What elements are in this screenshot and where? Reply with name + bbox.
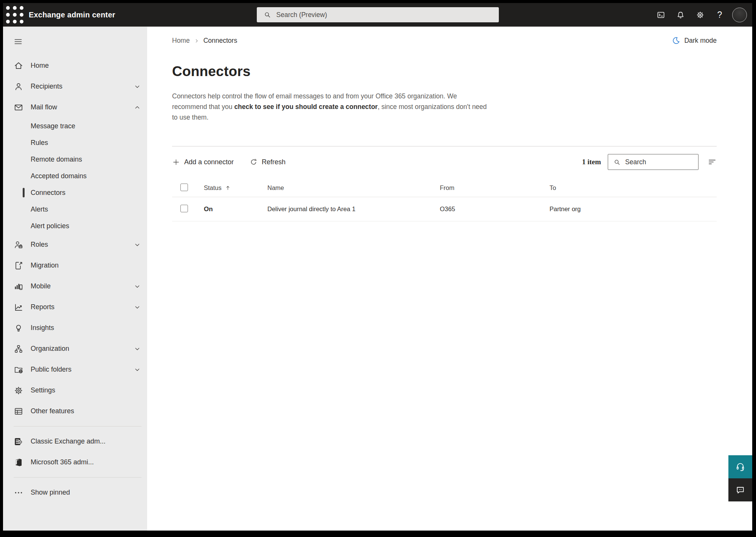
sidebar-nav: HomeRecipientsMail flowMessage traceRule… (3, 55, 147, 503)
list-search-box[interactable] (608, 154, 699, 170)
refresh-label: Refresh (262, 158, 286, 166)
add-connector-label: Add a connector (184, 158, 234, 166)
sidebar-item-reports[interactable]: Reports (3, 297, 147, 318)
chat-feedback-icon (735, 485, 745, 495)
dots-icon (14, 488, 23, 498)
cell-to: Partner org (550, 205, 717, 213)
person-badge-icon (14, 240, 23, 250)
sidebar-item-roles[interactable]: Roles (3, 234, 147, 255)
chevron-down-icon (134, 283, 141, 290)
dark-mode-toggle[interactable]: Dark mode (672, 36, 717, 45)
sidebar-item-label: Migration (31, 261, 59, 269)
sort-ascending-icon (225, 185, 231, 191)
sidebar-item-alerts[interactable]: Alerts (3, 201, 147, 218)
mobile-chart-icon (14, 282, 23, 291)
settings-button[interactable] (690, 3, 710, 26)
help-button[interactable]: ? (710, 3, 730, 26)
sidebar-item-recipients[interactable]: Recipients (3, 76, 147, 97)
page-description: Connectors help control the flow of emai… (172, 91, 492, 123)
sidebar-item-accepted-domains[interactable]: Accepted domains (3, 168, 147, 184)
sidebar-item-home[interactable]: Home (3, 55, 147, 76)
account-button[interactable] (730, 3, 749, 26)
feedback-button[interactable] (728, 478, 752, 501)
sidebar-item-alert-policies[interactable]: Alert policies (3, 218, 147, 234)
sidebar-item-label: Connectors (31, 189, 65, 197)
column-header-name[interactable]: Name (267, 184, 440, 191)
cell-from: O365 (440, 205, 550, 213)
refresh-icon (250, 158, 258, 166)
page-title: Connectors (172, 64, 717, 79)
gear-icon (14, 386, 23, 395)
help-support-button[interactable] (728, 455, 752, 478)
sidebar-item-other-features[interactable]: Other features (3, 401, 147, 422)
sidebar-item-label: Settings (31, 386, 55, 394)
list-search-input[interactable] (625, 158, 694, 166)
app-launcher-button[interactable] (3, 3, 26, 26)
folder-globe-icon (14, 365, 23, 375)
sidebar-item-label: Recipients (31, 82, 62, 90)
breadcrumb-current: Connectors (203, 37, 238, 45)
sidebar-item-show-pinned[interactable]: Show pinned (3, 482, 147, 503)
list-toolbar: Add a connector Refresh 1 item (172, 146, 717, 179)
sidebar-item-remote-domains[interactable]: Remote domains (3, 151, 147, 168)
bell-icon (676, 11, 685, 19)
column-header-status[interactable]: Status (204, 184, 267, 191)
filter-button[interactable] (708, 157, 717, 167)
column-header-to[interactable]: To (550, 184, 717, 191)
notifications-button[interactable] (671, 3, 690, 26)
support-widgets (728, 455, 752, 501)
question-mark-icon: ? (717, 10, 722, 20)
chevron-down-icon (134, 304, 141, 311)
description-link[interactable]: check to see if you should create a conn… (234, 103, 377, 111)
refresh-button[interactable]: Refresh (250, 158, 286, 166)
sidebar-item-label: Organization (31, 345, 69, 353)
sidebar-item-label: Alert policies (31, 222, 69, 230)
table-row[interactable]: OnDeliver journal directly to Area 1O365… (172, 197, 717, 221)
sidebar-item-migration[interactable]: Migration (3, 255, 147, 276)
person-icon (14, 82, 23, 92)
sidebar-item-label: Remote domains (31, 156, 82, 163)
search-icon (264, 11, 271, 19)
sidebar-item-mobile[interactable]: Mobile (3, 276, 147, 297)
sidebar-item-settings[interactable]: Settings (3, 380, 147, 401)
mail-icon (14, 103, 23, 112)
headset-icon (735, 462, 745, 472)
sidebar-item-message-trace[interactable]: Message trace (3, 118, 147, 134)
gear-icon (696, 11, 705, 19)
sidebar-item-label: Insights (31, 324, 54, 332)
sidebar: HomeRecipientsMail flowMessage traceRule… (3, 26, 147, 531)
powershell-button[interactable] (651, 3, 671, 26)
add-connector-button[interactable]: Add a connector (172, 158, 234, 166)
row-checkbox[interactable] (180, 205, 188, 212)
sidebar-item-label: Message trace (31, 122, 75, 130)
select-all-checkbox[interactable] (180, 184, 188, 191)
cell-status: On (204, 205, 267, 213)
sidebar-item-label: Public folders (31, 366, 71, 374)
topbar: Exchange admin center ? (3, 3, 752, 26)
table-grid-icon (14, 406, 23, 416)
sidebar-item-connectors[interactable]: Connectors (3, 184, 147, 201)
topbar-actions: ? (651, 3, 752, 26)
dark-mode-label: Dark mode (684, 37, 717, 45)
sidebar-item-insights[interactable]: Insights (3, 318, 147, 338)
search-icon (613, 159, 621, 166)
sidebar-item-label: Roles (31, 241, 48, 249)
sidebar-divider (14, 426, 141, 426)
global-search-box[interactable] (257, 7, 499, 22)
sidebar-item-mail-flow[interactable]: Mail flow (3, 97, 147, 118)
sidebar-item-microsoft-365-admin[interactable]: Microsoft 365 admi... (3, 452, 147, 473)
sidebar-item-organization[interactable]: Organization (3, 338, 147, 359)
breadcrumb-home[interactable]: Home (172, 37, 190, 45)
terminal-icon (657, 11, 665, 19)
office-logo-icon (14, 458, 23, 467)
sidebar-item-classic-exchange-admin[interactable]: Classic Exchange adm... (3, 431, 147, 452)
sidebar-item-label: Alerts (31, 205, 48, 213)
moon-icon (672, 36, 680, 45)
filter-icon (708, 157, 717, 167)
bulb-icon (14, 323, 23, 333)
sidebar-item-rules[interactable]: Rules (3, 134, 147, 151)
global-search-input[interactable] (276, 11, 494, 19)
column-header-from[interactable]: From (440, 184, 550, 191)
sidebar-item-public-folders[interactable]: Public folders (3, 359, 147, 380)
connectors-table: Status Name From To OnDeliver journal di… (172, 179, 717, 221)
